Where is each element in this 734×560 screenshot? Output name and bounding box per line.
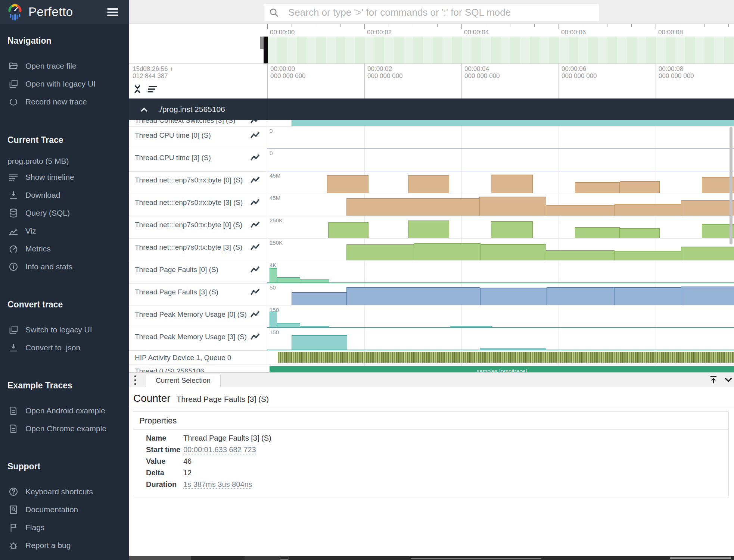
hip-activity-slices[interactable]: [278, 352, 734, 363]
track-chart[interactable]: 45M: [267, 194, 734, 216]
process-group-header[interactable]: ./prog.inst 2565106: [129, 98, 734, 120]
collapse-panel-icon[interactable]: [723, 375, 734, 385]
track-label[interactable]: Thread net:::enp7s0:tx:byte [3] (S): [129, 239, 267, 261]
track-label[interactable]: Thread Peak Memory Usage [0] (S): [129, 306, 267, 328]
track-label[interactable]: Thread CPU time [0] (S): [129, 127, 267, 149]
track-chart[interactable]: 250K: [267, 239, 734, 261]
counter-segment[interactable]: [681, 247, 734, 260]
track-chart[interactable]: 150: [267, 328, 734, 350]
counter-segment[interactable]: [620, 181, 660, 193]
counter-segment[interactable]: [615, 251, 681, 260]
sidebar-item-download[interactable]: Download: [0, 188, 129, 203]
sidebar-item-open-android-example[interactable]: Open Android example: [0, 403, 129, 418]
track-label[interactable]: Thread Peak Memory Usage [3] (S): [129, 328, 267, 350]
show-graph-icon[interactable]: [251, 310, 260, 318]
show-graph-icon[interactable]: [251, 288, 260, 295]
property-value[interactable]: 1s 387ms 3us 804ns: [183, 480, 252, 488]
counter-segment[interactable]: [292, 292, 346, 305]
counter-segment[interactable]: [681, 200, 734, 216]
counter-segment[interactable]: [270, 312, 277, 328]
search-input[interactable]: [288, 7, 599, 18]
show-graph-icon[interactable]: [251, 266, 260, 273]
counter-segment[interactable]: [408, 175, 449, 193]
counter-segment[interactable]: [292, 335, 347, 350]
show-graph-icon[interactable]: [251, 176, 260, 184]
counter-segment[interactable]: [491, 221, 533, 238]
show-graph-icon[interactable]: [251, 221, 260, 228]
sidebar-section-example-traces[interactable]: Example Traces: [7, 381, 72, 391]
counter-segment[interactable]: [615, 287, 681, 305]
track-label[interactable]: Thread Context Switches [3] (S): [129, 120, 267, 126]
track-chart[interactable]: [267, 120, 734, 126]
track-label[interactable]: Thread Page Faults [3] (S): [129, 284, 267, 306]
track-label[interactable]: Thread net:::enp7s0:rx:byte [3] (S): [129, 194, 267, 216]
collapse-all-icon[interactable]: [133, 84, 141, 95]
counter-segment[interactable]: [328, 222, 368, 238]
track-label[interactable]: Thread Page Faults [0] (S): [129, 261, 267, 283]
track-label[interactable]: Thread 0 (S) 2565106: [129, 365, 267, 372]
sidebar-item-report-a-bug[interactable]: Report a bug: [0, 538, 129, 553]
property-value[interactable]: 00:00:01.633 682 723: [183, 445, 256, 454]
track-filter-icon[interactable]: [147, 85, 159, 93]
track-label[interactable]: Thread net:::enp7s0:tx:byte [0] (S): [129, 216, 267, 238]
track-label[interactable]: Thread CPU time [3] (S): [129, 149, 267, 171]
sidebar-item-keyboard-shortcuts[interactable]: Keyboard shortcuts: [0, 484, 129, 499]
counter-segment[interactable]: [414, 243, 480, 260]
counter-segment[interactable]: [681, 287, 734, 305]
panel-drag-handle-icon[interactable]: [133, 375, 137, 387]
vertical-scrollbar[interactable]: [730, 127, 733, 244]
show-graph-icon[interactable]: [251, 120, 260, 124]
hamburger-menu-icon[interactable]: [107, 8, 118, 16]
counter-segment[interactable]: [479, 197, 546, 216]
track-chart[interactable]: 50: [267, 284, 734, 306]
counter-segment[interactable]: [546, 250, 615, 260]
counter-segment[interactable]: [547, 287, 615, 305]
show-graph-icon[interactable]: [251, 333, 260, 340]
counter-segment[interactable]: [408, 220, 449, 238]
overview-viewport-handle[interactable]: [260, 37, 264, 49]
counter-segment[interactable]: [491, 175, 533, 193]
sidebar-item-record-new-trace[interactable]: Record new trace: [0, 94, 129, 109]
counter-segment[interactable]: [346, 244, 414, 260]
sidebar-item-open-chrome-example[interactable]: Open Chrome example: [0, 421, 129, 436]
timeline-overview[interactable]: [129, 37, 734, 63]
track-chart[interactable]: 45M: [267, 172, 734, 194]
expand-panel-icon[interactable]: [708, 375, 719, 385]
counter-segment[interactable]: [480, 288, 547, 305]
counter-segment[interactable]: [292, 120, 734, 126]
sidebar-item-query-sql[interactable]: Query (SQL): [0, 206, 129, 220]
sidebar-item-viz[interactable]: Viz: [0, 223, 129, 238]
show-graph-icon[interactable]: [251, 198, 260, 206]
track-chart[interactable]: 0: [267, 127, 734, 149]
counter-segment[interactable]: [615, 204, 681, 216]
track-chart[interactable]: 150: [267, 306, 734, 328]
counter-segment[interactable]: [546, 205, 615, 216]
counter-segment[interactable]: [575, 182, 620, 193]
sidebar-item-switch-to-legacy-ui[interactable]: Switch to legacy UI: [0, 322, 129, 337]
track-chart[interactable]: 4K: [267, 261, 734, 283]
sidebar-section-convert-trace[interactable]: Convert trace: [7, 300, 63, 310]
counter-segment[interactable]: [346, 198, 479, 216]
track-chart[interactable]: samples [omnitrace]: [267, 365, 734, 372]
track-label[interactable]: Thread net:::enp7s0:rx:byte [0] (S): [129, 172, 267, 194]
counter-segment[interactable]: [327, 175, 368, 193]
show-graph-icon[interactable]: [251, 154, 260, 161]
sidebar-item-flags[interactable]: Flags: [0, 520, 129, 535]
show-graph-icon[interactable]: [251, 243, 260, 251]
tab-current-selection[interactable]: Current Selection: [146, 373, 221, 387]
track-chart[interactable]: 250K: [267, 216, 734, 238]
collapse-group-icon[interactable]: [140, 106, 148, 112]
samples-slice[interactable]: samples [omnitrace]: [270, 366, 734, 372]
sidebar-section-current-trace[interactable]: Current Trace: [7, 135, 63, 145]
track-chart[interactable]: [267, 351, 734, 365]
counter-segment[interactable]: [575, 227, 620, 238]
overview-viewport-marker[interactable]: [264, 37, 268, 63]
show-graph-icon[interactable]: [251, 131, 260, 139]
track-chart[interactable]: 0: [267, 149, 734, 171]
sidebar-item-open-with-legacy-ui[interactable]: Open with legacy UI: [0, 76, 129, 91]
sidebar-section-support[interactable]: Support: [7, 462, 40, 472]
counter-segment[interactable]: [620, 228, 660, 238]
sidebar-item-info-and-stats[interactable]: Info and stats: [0, 259, 129, 274]
sidebar-item-show-timeline[interactable]: Show timeline: [0, 170, 129, 185]
track-label[interactable]: HIP Activity Device 1, Queue 0: [129, 351, 267, 365]
